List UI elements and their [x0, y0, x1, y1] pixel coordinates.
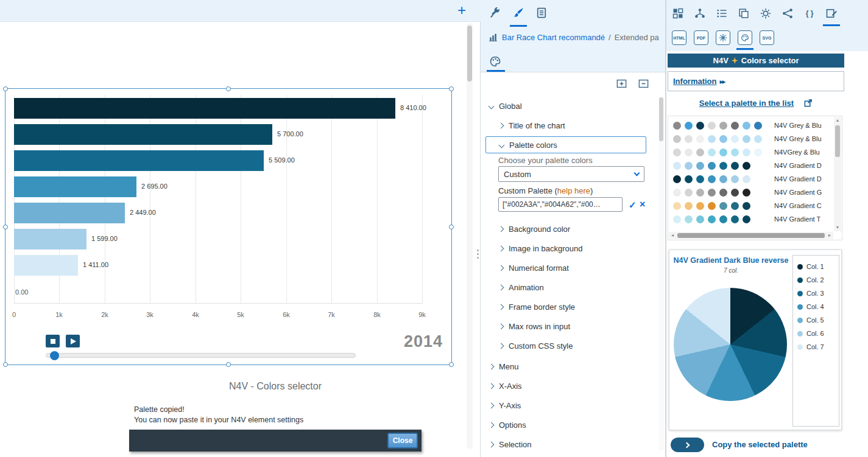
- share-icon[interactable]: [782, 7, 794, 19]
- palette-list-item[interactable]: N4V Gradient D: [668, 159, 833, 172]
- export-pdf-icon[interactable]: PDF: [694, 30, 708, 45]
- palette-list-item[interactable]: N4V Grey & Blu: [668, 119, 833, 132]
- selection-handle[interactable]: [226, 362, 231, 367]
- tree-section-selection[interactable]: Selection: [481, 436, 657, 453]
- select-palette-link[interactable]: Select a palette in the list: [699, 99, 794, 108]
- palette-horizontal-scrollbar[interactable]: ◂ ▸: [669, 232, 833, 239]
- palette-list-item[interactable]: N4V Grey & Blu: [668, 132, 833, 145]
- palette-list-item[interactable]: N4VGrey & Blu: [668, 145, 833, 159]
- selection-handle[interactable]: [3, 362, 8, 367]
- slider-thumb[interactable]: [50, 351, 59, 360]
- custom-palette-input[interactable]: ["#002A3A","#004A62","#00…: [498, 197, 623, 212]
- copy-palette-label[interactable]: Copy the selected palette: [712, 440, 808, 449]
- tree-section-global[interactable]: Global: [481, 97, 657, 114]
- colors-selector-palette-icon[interactable]: [738, 30, 752, 45]
- copy-icon[interactable]: [738, 7, 750, 19]
- hierarchy-icon[interactable]: [694, 7, 706, 19]
- panel-resize-handle[interactable]: [476, 249, 479, 259]
- color-swatch: [685, 175, 693, 183]
- add-widget-button[interactable]: +: [457, 2, 466, 19]
- custom-widget-icon[interactable]: [825, 7, 838, 19]
- widgets-grid-icon[interactable]: [672, 7, 684, 19]
- chart-bar[interactable]: [14, 229, 86, 249]
- tree-section-options[interactable]: Options: [481, 416, 657, 433]
- legend-color-dot: [797, 304, 803, 310]
- chart-bar[interactable]: [14, 203, 125, 223]
- palette-mode-dropdown[interactable]: Custom: [498, 166, 644, 182]
- chart-bar[interactable]: [14, 255, 78, 276]
- selection-handle[interactable]: [3, 86, 8, 91]
- select-palette-row[interactable]: Select a palette in the list: [668, 99, 844, 108]
- selection-handle[interactable]: [226, 86, 231, 91]
- tree-item-custom-css-style[interactable]: Custom CSS style: [481, 337, 657, 354]
- widget-title-suffix: Colors selector: [741, 56, 799, 65]
- palette-name: N4V Gradient C: [774, 202, 822, 209]
- scrollbar-thumb[interactable]: [467, 26, 472, 82]
- export-svg-icon[interactable]: SVG: [760, 30, 774, 45]
- properties-scrollbar[interactable]: [658, 97, 664, 450]
- palette-list-item[interactable]: N4V Gradient T: [668, 212, 833, 226]
- list-icon[interactable]: [716, 7, 728, 19]
- palette-name: N4V Gradient D: [774, 162, 822, 169]
- chart-bar[interactable]: [14, 150, 264, 171]
- selection-handle[interactable]: [449, 362, 454, 367]
- chart-bar-row: 5 700.00: [14, 124, 444, 145]
- color-swatch: [708, 162, 716, 170]
- legend-label: Col. 7: [806, 343, 824, 351]
- canvas-vertical-scrollbar[interactable]: [467, 23, 473, 449]
- palette-list-item[interactable]: N4V Gradient G: [668, 186, 833, 199]
- chevron-right-icon: [498, 343, 504, 349]
- chart-bar[interactable]: [14, 124, 272, 145]
- clear-palette-icon[interactable]: ×: [640, 200, 645, 209]
- tree-section-x-axis[interactable]: X-Axis: [481, 377, 657, 394]
- information-link[interactable]: Information: [673, 77, 717, 86]
- scroll-up-arrow[interactable]: ▴: [834, 117, 841, 124]
- chart-bar[interactable]: [14, 98, 395, 119]
- scroll-right-arrow[interactable]: ▸: [826, 232, 833, 239]
- help-here-link[interactable]: help here: [557, 186, 590, 195]
- tree-item-max-rows-in-input[interactable]: Max rows in input: [481, 318, 657, 335]
- selection-handle[interactable]: [3, 225, 8, 229]
- chevron-down-icon: [489, 103, 495, 109]
- timeline-slider[interactable]: [46, 353, 356, 358]
- code-braces-icon[interactable]: { }: [803, 7, 816, 19]
- palette-list-item[interactable]: N4V Gradient C: [668, 199, 833, 212]
- copy-palette-button[interactable]: [671, 438, 704, 452]
- play-button[interactable]: [66, 335, 80, 347]
- scrollbar-thumb[interactable]: [835, 125, 840, 157]
- sparkle-icon: [732, 57, 738, 64]
- export-html-icon[interactable]: HTML: [672, 30, 686, 45]
- selection-handle[interactable]: [449, 225, 454, 229]
- selection-handle[interactable]: [449, 86, 454, 91]
- external-link-icon[interactable]: [803, 99, 813, 108]
- color-swatch: [685, 135, 693, 143]
- color-swatch: [685, 215, 693, 223]
- tree-item-palette-colors[interactable]: Palette colors: [485, 136, 646, 153]
- tree-item-image-in-background[interactable]: Image in background: [481, 240, 657, 257]
- information-box[interactable]: Information ▸▸: [668, 71, 844, 91]
- choose-palette-label: Choose your palette colors: [498, 156, 593, 165]
- scrollbar-thumb[interactable]: [677, 233, 825, 238]
- scrollbar-thumb[interactable]: [659, 97, 663, 141]
- color-swatch: [685, 122, 693, 130]
- tree-item-title-of-chart[interactable]: Title of the chart: [481, 117, 657, 134]
- palette-list-item[interactable]: N4V Gradient D: [668, 172, 833, 186]
- tree-section-menu[interactable]: Menu: [481, 358, 657, 375]
- close-button[interactable]: Close: [387, 433, 418, 448]
- tree-item-numerical-format[interactable]: Numerical format: [481, 259, 657, 276]
- tree-section-y-axis[interactable]: Y-Axis: [481, 397, 657, 414]
- snowflake-icon[interactable]: [716, 30, 730, 45]
- palette-vertical-scrollbar[interactable]: ▴ ▾: [834, 117, 841, 231]
- settings-gear-icon[interactable]: [760, 7, 772, 19]
- palette-list: N4V Grey & BluN4V Grey & BluN4VGrey & Bl…: [668, 116, 842, 240]
- bar-race-chart-widget[interactable]: 0.00 01k2k3k4k5k6k7k8k9k8 410.005 700.00…: [5, 88, 452, 365]
- tree-item-frame-border-style[interactable]: Frame border style: [481, 298, 657, 315]
- stop-button[interactable]: [46, 335, 60, 347]
- scroll-left-arrow[interactable]: ◂: [669, 232, 676, 239]
- confirm-palette-icon[interactable]: ✓: [629, 200, 637, 209]
- tree-item-animation[interactable]: Animation: [481, 279, 657, 296]
- tree-item-background-color[interactable]: Background color: [481, 220, 657, 237]
- chart-bar[interactable]: [14, 176, 136, 197]
- scroll-down-arrow[interactable]: ▾: [834, 224, 841, 231]
- color-swatch: [696, 175, 704, 183]
